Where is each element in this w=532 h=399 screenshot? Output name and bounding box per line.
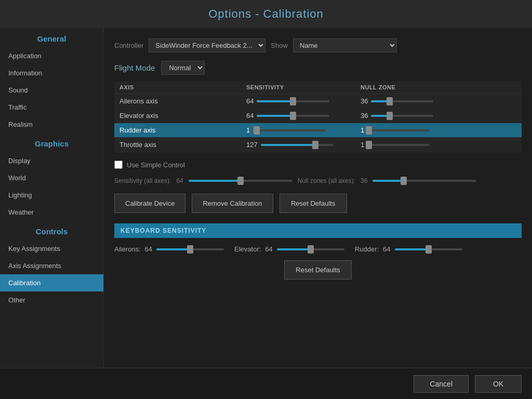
kb-rudder-group: Rudder: 64 <box>355 245 462 253</box>
sensitivity-value: 1 <box>246 126 250 134</box>
ok-button[interactable]: OK <box>475 375 522 393</box>
simple-control-row: Use Simple Control <box>114 161 522 169</box>
all-axes-row: Sensitivity (all axes): 64 Null zones (a… <box>114 177 522 184</box>
col-null-zone: NULL ZONE <box>355 81 459 94</box>
controller-label: Controller <box>114 42 143 49</box>
null-zone-cell: 36 <box>355 109 459 123</box>
kb-ailerons-value: 64 <box>145 245 152 253</box>
null-zone-cell: 1 <box>355 123 459 138</box>
kb-reset-row: Reset Defaults <box>114 260 522 280</box>
axis-table: AXIS SENSITIVITY NULL ZONE Ailerons axis… <box>114 81 522 152</box>
main-layout: General Application Information Sound Tr… <box>0 28 532 392</box>
null-zone-cell: 1 <box>355 138 459 152</box>
controller-select[interactable]: SideWinder Force Feedback 2... <box>149 38 265 52</box>
table-row[interactable]: Ailerons axis 64 36 <box>114 94 522 109</box>
sidebar-item-traffic[interactable]: Traffic <box>0 99 103 116</box>
sidebar-item-axis-assignments[interactable]: Axis Assignments <box>0 257 103 274</box>
kb-rudder-slider[interactable] <box>395 248 462 250</box>
kb-ailerons-group: Ailerons: 64 <box>114 245 224 253</box>
sensitivity-all-label: Sensitivity (all axes): <box>114 177 171 184</box>
kb-rudder-value: 64 <box>383 245 390 253</box>
sensitivity-all-value: 64 <box>176 177 183 184</box>
sidebar: General Application Information Sound Tr… <box>0 28 104 392</box>
sensitivity-value: 64 <box>246 97 254 105</box>
simple-control-label: Use Simple Control <box>127 161 185 169</box>
sensitivity-value: 127 <box>246 141 258 149</box>
graphics-section-title: Graphics <box>0 133 103 152</box>
table-row[interactable]: Throttle axis 127 1 <box>114 138 522 152</box>
col-axis: AXIS <box>114 81 241 94</box>
kb-elevator-group: Elevator: 64 <box>234 245 344 253</box>
kb-elevator-value: 64 <box>265 245 272 253</box>
simple-control-checkbox[interactable] <box>114 161 123 169</box>
footer: Cancel OK <box>0 368 532 399</box>
sidebar-item-world[interactable]: World <box>0 169 103 187</box>
null-zone-slider[interactable] <box>367 144 430 146</box>
sensitivity-all-slider[interactable] <box>189 180 292 182</box>
table-row[interactable]: Elevator axis 64 36 <box>114 109 522 123</box>
sidebar-item-lighting[interactable]: Lighting <box>0 187 103 204</box>
sensitivity-slider[interactable] <box>253 129 326 131</box>
show-select[interactable]: Name <box>293 38 397 52</box>
sidebar-item-weather[interactable]: Weather <box>0 204 103 221</box>
null-zone-value: 1 <box>361 126 364 134</box>
sidebar-item-key-assignments[interactable]: Key Assignments <box>0 240 103 257</box>
sensitivity-cell: 64 <box>241 94 355 109</box>
action-buttons-row: Calibrate Device Remove Calibration Rese… <box>114 194 522 213</box>
sidebar-item-sound[interactable]: Sound <box>0 82 103 99</box>
null-zone-slider[interactable] <box>371 115 433 117</box>
cancel-button[interactable]: Cancel <box>414 375 469 393</box>
show-label: Show <box>271 42 288 49</box>
null-zone-value: 36 <box>361 97 368 105</box>
remove-calibration-button[interactable]: Remove Calibration <box>192 194 273 213</box>
kb-reset-defaults-button[interactable]: Reset Defaults <box>284 260 352 280</box>
null-zones-all-value: 36 <box>361 177 367 184</box>
keyboard-section: KEYBOARD SENSITIVITY Ailerons: 64 Elevat… <box>114 223 522 280</box>
controller-row: Controller SideWinder Force Feedback 2..… <box>114 38 522 52</box>
sensitivity-cell: 1 <box>241 123 355 138</box>
keyboard-sliders-row: Ailerons: 64 Elevator: 64 Ru <box>114 245 522 253</box>
col-sensitivity: SENSITIVITY <box>241 81 355 94</box>
sensitivity-value: 64 <box>246 112 254 119</box>
sidebar-item-other[interactable]: Other <box>0 291 103 309</box>
general-section-title: General <box>0 28 103 47</box>
sensitivity-slider[interactable] <box>261 144 334 146</box>
reset-defaults-button[interactable]: Reset Defaults <box>280 194 347 213</box>
sensitivity-cell: 64 <box>241 109 355 123</box>
sidebar-item-information[interactable]: Information <box>0 64 103 82</box>
flight-mode-row: Flight Mode Normal <box>114 61 522 75</box>
sensitivity-slider[interactable] <box>257 100 329 102</box>
page-title: Options - Calibration <box>0 0 532 28</box>
null-zone-cell: 36 <box>355 94 459 109</box>
axis-name: Throttle axis <box>114 138 241 152</box>
axis-name: Ailerons axis <box>114 94 241 109</box>
sensitivity-slider[interactable] <box>257 115 329 117</box>
axis-name: Elevator axis <box>114 109 241 123</box>
col-extra <box>459 81 522 94</box>
kb-ailerons-label: Ailerons: <box>114 245 141 253</box>
flight-mode-select[interactable]: Normal <box>161 61 205 75</box>
sidebar-item-application[interactable]: Application <box>0 47 103 64</box>
null-zone-slider[interactable] <box>371 100 433 102</box>
sidebar-item-realism[interactable]: Realism <box>0 116 103 133</box>
kb-elevator-label: Elevator: <box>234 245 261 253</box>
flight-mode-label: Flight Mode <box>114 63 155 72</box>
kb-rudder-label: Rudder: <box>355 245 379 253</box>
controls-section-title: Controls <box>0 221 103 240</box>
sidebar-item-calibration[interactable]: Calibration <box>0 274 103 291</box>
calibrate-device-button[interactable]: Calibrate Device <box>114 194 185 213</box>
axis-name: Rudder axis <box>114 123 241 138</box>
sensitivity-cell: 127 <box>241 138 355 152</box>
null-zones-all-label: Null zones (all axes): <box>298 177 355 184</box>
null-zone-value: 36 <box>361 112 368 119</box>
null-zones-all-slider[interactable] <box>373 180 476 182</box>
kb-ailerons-slider[interactable] <box>156 248 224 250</box>
keyboard-section-header: KEYBOARD SENSITIVITY <box>114 223 522 238</box>
null-zone-slider[interactable] <box>367 129 430 131</box>
null-zone-value: 1 <box>361 141 364 149</box>
content-area: Controller SideWinder Force Feedback 2..… <box>104 28 532 392</box>
table-row[interactable]: Rudder axis 1 1 <box>114 123 522 138</box>
kb-elevator-slider[interactable] <box>277 248 344 250</box>
sidebar-item-display[interactable]: Display <box>0 152 103 169</box>
